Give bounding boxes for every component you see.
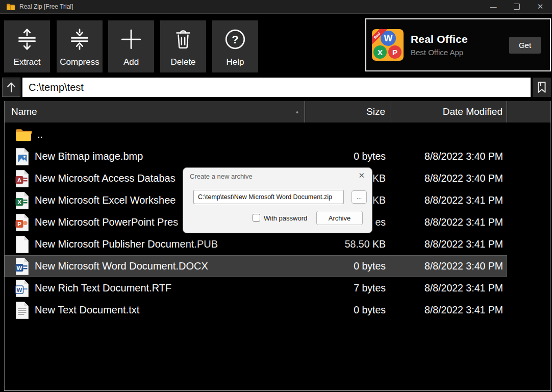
file-name: .. bbox=[37, 129, 43, 140]
file-date: 8/8/2022 3:41 PM bbox=[390, 282, 507, 294]
arrow-up-icon bbox=[6, 81, 17, 93]
file-name: New Text Document.txt bbox=[35, 304, 139, 316]
svg-text:?: ? bbox=[232, 33, 238, 46]
file-date: 8/8/2022 3:40 PM bbox=[390, 260, 507, 272]
file-name: New Microsoft Excel Workshee bbox=[35, 194, 175, 206]
folder-icon bbox=[15, 128, 32, 142]
file-date: 8/8/2022 3:41 PM bbox=[390, 194, 507, 206]
file-date: 8/8/2022 3:41 PM bbox=[390, 238, 507, 250]
publisher-file-icon bbox=[15, 235, 30, 254]
compress-icon bbox=[68, 28, 91, 51]
list-item-text-document[interactable]: New Text Document.txt 0 bytes 8/8/2022 3… bbox=[5, 299, 550, 321]
with-password-checkbox[interactable] bbox=[253, 214, 260, 222]
bookmark-button[interactable] bbox=[533, 78, 551, 97]
delete-button[interactable]: Delete bbox=[160, 20, 206, 72]
delete-label: Delete bbox=[170, 57, 195, 67]
help-button[interactable]: ? Help bbox=[212, 20, 258, 72]
file-date: 8/8/2022 3:41 PM bbox=[390, 216, 507, 228]
svg-text:A: A bbox=[17, 177, 21, 183]
file-size: 0 bytes bbox=[305, 151, 390, 162]
navigate-up-button[interactable] bbox=[2, 78, 20, 97]
close-icon: ✕ bbox=[358, 171, 365, 180]
column-header-blank bbox=[507, 101, 550, 122]
word-file-icon: W bbox=[15, 257, 30, 276]
maximize-icon bbox=[514, 4, 520, 10]
svg-text:X: X bbox=[17, 199, 21, 205]
plus-icon bbox=[119, 28, 143, 51]
file-size: 58.50 KB bbox=[305, 238, 390, 250]
close-icon: ✕ bbox=[537, 2, 544, 11]
excel-file-icon: X bbox=[15, 191, 30, 210]
archive-path-input[interactable] bbox=[193, 190, 344, 204]
text-file-icon bbox=[15, 301, 30, 320]
with-password-label[interactable]: With password bbox=[264, 214, 307, 222]
address-path-input[interactable] bbox=[22, 78, 531, 97]
list-item-rich-text-document[interactable]: W New Rich Text Document.RTF 7 bytes 8/8… bbox=[5, 277, 550, 299]
close-button[interactable]: ✕ bbox=[529, 0, 552, 13]
ad-title: Real Office bbox=[411, 33, 468, 45]
list-item-publisher-document[interactable]: New Microsoft Publisher Document.PUB 58.… bbox=[5, 233, 550, 255]
rtf-file-icon: W bbox=[15, 279, 30, 298]
minimize-icon: — bbox=[490, 3, 497, 11]
file-name: New Microsoft Publisher Document.PUB bbox=[35, 238, 218, 250]
add-button[interactable]: Add bbox=[108, 20, 154, 72]
add-label: Add bbox=[123, 57, 139, 67]
powerpoint-file-icon: P bbox=[15, 213, 30, 232]
file-size: 0 bytes bbox=[305, 304, 390, 316]
dialog-title: Create a new archive bbox=[190, 173, 253, 180]
extract-icon bbox=[15, 28, 39, 51]
list-item-bitmap[interactable]: New Bitmap image.bmp 0 bytes 8/8/2022 3:… bbox=[5, 145, 550, 167]
file-size: 7 bytes bbox=[305, 282, 390, 294]
list-item-parent-folder[interactable]: .. bbox=[5, 124, 550, 145]
app-zip-folder-icon bbox=[6, 3, 15, 11]
access-file-icon: A bbox=[15, 169, 30, 188]
svg-text:W: W bbox=[17, 286, 22, 292]
bookmark-icon bbox=[536, 81, 547, 93]
archive-button[interactable]: Archive bbox=[316, 211, 363, 225]
file-size: 0 bytes bbox=[305, 260, 390, 272]
file-name: New Rich Text Document.RTF bbox=[35, 282, 171, 294]
file-date: 8/8/2022 3:40 PM bbox=[390, 151, 507, 162]
window-controls: — ✕ bbox=[482, 0, 552, 13]
sort-ascending-icon: ▲ bbox=[295, 109, 299, 114]
bitmap-file-icon bbox=[15, 148, 30, 166]
column-header-size[interactable]: Size bbox=[305, 101, 390, 122]
create-archive-dialog: Create a new archive ✕ ... With password… bbox=[183, 167, 372, 233]
file-date: 8/8/2022 3:40 PM bbox=[390, 173, 507, 184]
column-header-date-modified[interactable]: Date Modified bbox=[390, 101, 507, 122]
maximize-button[interactable] bbox=[505, 0, 529, 13]
file-list: Name ▲ Size Date Modified .. bbox=[4, 101, 551, 391]
compress-label: Compress bbox=[60, 57, 99, 67]
file-name: New Bitmap image.bmp bbox=[35, 151, 143, 162]
extract-label: Extract bbox=[14, 57, 41, 67]
browse-button[interactable]: ... bbox=[352, 190, 367, 204]
file-date: 8/8/2022 3:41 PM bbox=[390, 304, 507, 316]
file-name: New Microsoft PowerPoint Pres bbox=[35, 216, 178, 228]
ad-banner[interactable]: W X P Real Real Office Best Office App G… bbox=[365, 18, 551, 71]
titlebar: Real Zip [Free Trial] — ✕ bbox=[0, 0, 552, 14]
ad-subtitle: Best Office App bbox=[411, 48, 468, 57]
svg-text:P: P bbox=[17, 220, 21, 227]
column-header-name[interactable]: Name ▲ bbox=[5, 101, 305, 122]
file-name: New Microsoft Word Document.DOCX bbox=[35, 260, 208, 272]
minimize-button[interactable]: — bbox=[482, 0, 505, 13]
powerpoint-letter-badge: P bbox=[388, 45, 402, 59]
excel-letter-badge: X bbox=[373, 45, 387, 59]
trash-icon bbox=[171, 28, 195, 51]
list-header: Name ▲ Size Date Modified bbox=[5, 101, 550, 122]
dialog-close-button[interactable]: ✕ bbox=[357, 170, 366, 180]
file-name: New Microsoft Access Databas bbox=[35, 173, 175, 184]
get-button[interactable]: Get bbox=[509, 37, 541, 54]
help-label: Help bbox=[227, 57, 244, 67]
help-icon: ? bbox=[223, 28, 247, 51]
svg-text:W: W bbox=[17, 264, 22, 271]
compress-button[interactable]: Compress bbox=[57, 20, 103, 72]
window-title: Real Zip [Free Trial] bbox=[19, 3, 73, 10]
extract-button[interactable]: Extract bbox=[4, 20, 50, 72]
list-item-word-document[interactable]: W New Microsoft Word Document.DOCX 0 byt… bbox=[5, 255, 550, 277]
real-office-app-icon: W X P Real bbox=[372, 29, 404, 61]
